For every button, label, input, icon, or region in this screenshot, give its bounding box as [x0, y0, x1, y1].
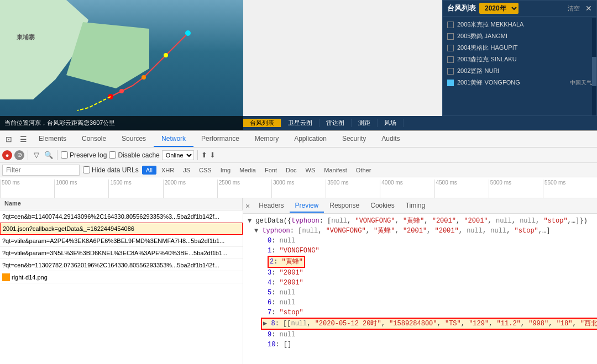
typhoon-panel: 台风列表 2020年 清空 ✕ 2006米克拉 MEKKHALA2005鹦鸽 J…: [442, 0, 597, 116]
filter-input[interactable]: [2, 165, 80, 176]
map-nav-btn-卫星云图[interactable]: 卫星云图: [281, 119, 320, 127]
typhoon-track: [0, 0, 243, 130]
devtools-tab-security[interactable]: Security: [334, 131, 374, 147]
timeline-area[interactable]: 500 ms1000 ms1500 ms2000 ms2500 ms3000 m…: [0, 177, 597, 198]
request-item[interactable]: right-d14.png: [0, 271, 243, 283]
arrow-1[interactable]: ▼: [254, 227, 258, 235]
search-icon[interactable]: 🔍: [44, 150, 54, 160]
json-idx-10: 10: [268, 341, 275, 349]
request-item[interactable]: ?qt=cen&b=11302782.073620196%2C164330.80…: [0, 259, 243, 271]
map-nav-btn-台风列表[interactable]: 台风列表: [243, 119, 281, 127]
typhoon-list-item[interactable]: 2001黄蜂 VONGFONG中国天气: [443, 77, 596, 88]
request-name: ?qt=vtile&param=A2PE4%3EK8A6PE6%3BEL9FMD…: [2, 238, 240, 244]
preserve-log-checkbox[interactable]: [61, 151, 68, 159]
name-col-header: Name: [0, 198, 243, 210]
typhoon-list-item[interactable]: 2002婆路 NURI: [443, 65, 596, 77]
filter-type-btn-font[interactable]: Font: [261, 166, 281, 175]
close-button[interactable]: ✕: [585, 4, 592, 13]
clear-button[interactable]: 清空: [568, 4, 580, 13]
devtools-tab-console[interactable]: Console: [74, 131, 114, 147]
request-item[interactable]: ?qt=cen&b=11400744.29143096%2C164330.805…: [0, 210, 243, 223]
cursor-icon[interactable]: ⊡: [2, 133, 15, 146]
record-button[interactable]: ●: [2, 150, 12, 160]
throttle-select[interactable]: Online: [162, 150, 194, 160]
arrow-0[interactable]: ▼: [248, 217, 252, 225]
filter-type-btn-css[interactable]: CSS: [195, 166, 216, 175]
typhoon-name: 2004黑格比 HAGUPIT: [457, 44, 517, 52]
request-name: ?qt=cen&b=11302782.073620196%2C164330.80…: [2, 262, 240, 268]
map-status-text: 当前位置河东，台风彩云距离您3607公里: [4, 119, 115, 127]
scrollbar-thumb[interactable]: [592, 57, 596, 86]
map-nav-btn-风场[interactable]: 风场: [378, 119, 404, 127]
devtools-tab-performance[interactable]: Performance: [193, 131, 247, 147]
typhoon-name: 2005鹦鸽 JANGMI: [457, 32, 507, 40]
response-tab-response[interactable]: Response: [324, 199, 365, 213]
stop-button[interactable]: ⊘: [14, 150, 24, 160]
devtools-tab-bar: ⊡ ☰ ElementsConsoleSourcesNetworkPerform…: [0, 131, 597, 147]
request-name: 2001.json?callback=getData&_=16224494540…: [3, 225, 240, 232]
map-nav-btn-雷达图[interactable]: 雷达图: [320, 119, 352, 127]
typhoon-checkbox[interactable]: [447, 80, 454, 86]
response-tab-cookies[interactable]: Cookies: [365, 199, 400, 213]
map-status-bar: 当前位置河东，台风彩云距离您3607公里: [0, 116, 243, 130]
preserve-log-text: Preserve log: [70, 151, 107, 159]
typhoon-list: 2006米克拉 MEKKHALA2005鹦鸽 JANGMI2004黑格比 HAG…: [443, 17, 596, 105]
filter-type-btn-other[interactable]: Other: [352, 166, 375, 175]
arrow-8[interactable]: ▶: [263, 320, 267, 328]
typhoon-list-item[interactable]: 2006米克拉 MEKKHALA: [443, 19, 596, 30]
response-tab-timing[interactable]: Timing: [400, 199, 431, 213]
preserve-log-label[interactable]: Preserve log: [61, 151, 107, 159]
typhoon-name: 2001黄蜂 VONGFONG: [457, 78, 520, 87]
response-tab-headers[interactable]: Headers: [253, 199, 289, 213]
typhoon-list-item[interactable]: 2004黑格比 HAGUPIT: [443, 42, 596, 54]
timeline-tick: 4000 ms: [380, 180, 434, 198]
response-content: ▼ getData({typhoon: [null, "VONGFONG", "…: [243, 214, 597, 364]
filter-type-btn-media[interactable]: Media: [235, 166, 260, 175]
filter-type-btn-all[interactable]: All: [142, 166, 156, 175]
typhoon-checkbox[interactable]: [447, 33, 454, 40]
requests-header: Name: [0, 198, 243, 210]
filter-icon[interactable]: ▽: [32, 150, 41, 160]
devtools-tab-audits[interactable]: Audits: [374, 131, 407, 147]
timeline-tick: 2000 ms: [163, 180, 217, 198]
json-idx-6: 6: [268, 299, 271, 307]
typhoon-list-item[interactable]: 2003森拉克 SINLAKU: [443, 54, 596, 65]
response-close-button[interactable]: ×: [245, 202, 250, 210]
json-line-2: 0: null: [248, 236, 593, 246]
year-select[interactable]: 2020年: [479, 3, 519, 14]
typhoon-checkbox[interactable]: [447, 56, 454, 63]
devtools-tab-application[interactable]: Application: [286, 131, 334, 147]
devtools-tab-elements[interactable]: Elements: [31, 131, 74, 147]
export-button[interactable]: ⬇: [210, 151, 216, 159]
devtools-tab-memory[interactable]: Memory: [247, 131, 286, 147]
device-icon[interactable]: ☰: [17, 133, 30, 146]
filter-type-btn-xhr[interactable]: XHR: [158, 166, 178, 175]
typhoon-list-item[interactable]: 2005鹦鸽 JANGMI: [443, 30, 596, 42]
devtools-tab-network[interactable]: Network: [154, 131, 193, 147]
json-line-6: 4: "2001": [248, 278, 593, 288]
typhoon-checkbox[interactable]: [447, 22, 454, 28]
devtools-tab-sources[interactable]: Sources: [114, 131, 154, 147]
request-item[interactable]: 2001.json?callback=getData&_=16224494540…: [0, 223, 243, 235]
request-name: ?qt=vtile&param=3N5L%3E%3BD6KNEL%3EC8A%3…: [2, 250, 240, 256]
disable-cache-label[interactable]: Disable cache: [109, 151, 159, 159]
filter-type-btn-img[interactable]: Img: [217, 166, 234, 175]
import-button[interactable]: ⬆: [201, 151, 207, 159]
filter-type-btn-js[interactable]: JS: [179, 166, 194, 175]
separator-2: [57, 150, 57, 160]
hide-data-urls-label[interactable]: Hide data URLs: [83, 166, 139, 174]
typhoon-checkbox[interactable]: [447, 45, 454, 51]
response-tab-preview[interactable]: Preview: [290, 199, 324, 213]
hide-data-urls-checkbox[interactable]: [83, 166, 90, 173]
json-idx-5: 5: [268, 289, 271, 297]
filter-type-btn-ws[interactable]: WS: [302, 166, 320, 175]
map-nav-btn-测距[interactable]: 测距: [352, 119, 378, 127]
request-item[interactable]: ?qt=vtile&param=3N5L%3E%3BD6KNEL%3EC8A%3…: [0, 247, 243, 259]
response-tabs-list: HeadersPreviewResponseCookiesTiming: [253, 199, 431, 213]
json-idx-3: 3: [268, 269, 271, 277]
disable-cache-checkbox[interactable]: [109, 151, 116, 159]
typhoon-checkbox[interactable]: [447, 68, 454, 75]
request-item[interactable]: ?qt=vtile&param=A2PE4%3EK8A6PE6%3BEL9FMD…: [0, 235, 243, 247]
filter-type-btn-manifest[interactable]: Manifest: [320, 166, 351, 175]
filter-type-btn-doc[interactable]: Doc: [282, 166, 301, 175]
